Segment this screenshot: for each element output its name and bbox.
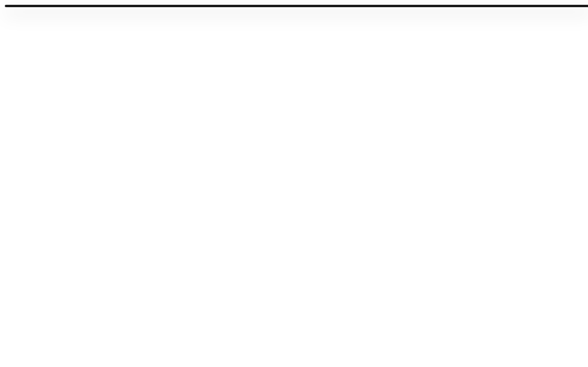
dock: $	[6, 6, 45, 7]
desktop-area[interactable]: $ Home New Folder New Document ❯ Paste S…	[5, 5, 588, 7]
